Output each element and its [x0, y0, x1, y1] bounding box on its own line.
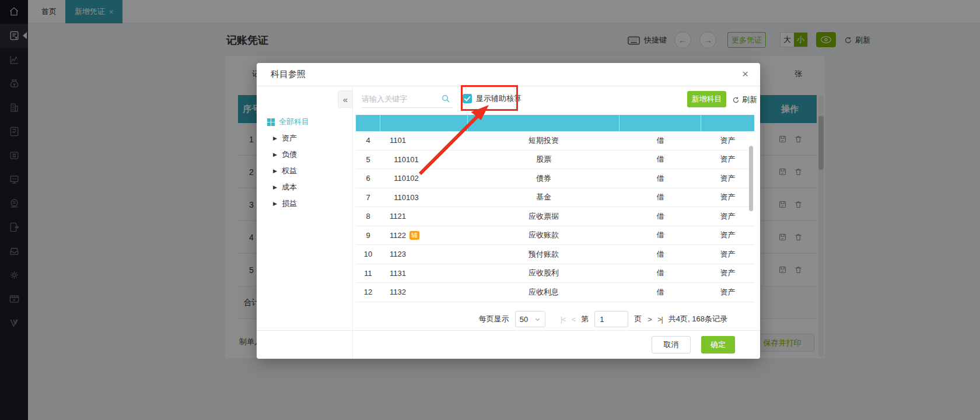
next-page-button[interactable]: >: [648, 315, 652, 324]
chevron-down-icon: [534, 316, 541, 323]
cell-direction: 借: [620, 245, 701, 264]
cancel-button[interactable]: 取消: [652, 336, 691, 354]
confirm-button[interactable]: 确定: [701, 336, 735, 354]
cell-seq: 6: [356, 169, 380, 188]
prev-page-button[interactable]: <: [572, 315, 576, 324]
code-text: 1132: [390, 288, 406, 296]
dialog-header: 科目参照 ×: [257, 63, 760, 86]
tree-item-label: 权益: [282, 166, 297, 176]
subject-tree-panel: 全部科目 ▶ 资产 ▶ 负债 ▶ 权益 ▶ 成本 ▶ 损益: [257, 86, 353, 359]
add-subject-button[interactable]: 新增科目: [687, 91, 726, 107]
record-count: 共4页, 168条记录: [668, 314, 727, 324]
caret-right-icon: ▶: [273, 152, 277, 158]
cell-name: 应收利息: [468, 283, 620, 302]
table-row[interactable]: 11 1131 应收股利 借 资产: [356, 264, 754, 284]
all-subjects-label: 全部科目: [279, 117, 309, 127]
collapse-panel-button[interactable]: «: [338, 90, 353, 108]
table-row[interactable]: 7 110103 基金 借 资产: [356, 188, 754, 208]
cell-seq: 10: [356, 245, 380, 264]
refresh-icon: [732, 96, 740, 104]
cell-category: 资产: [701, 188, 754, 207]
per-page-label: 每页显示: [479, 314, 509, 324]
cell-direction: 借: [620, 169, 701, 188]
cell-code: 1131: [380, 264, 468, 283]
caret-right-icon: ▶: [273, 168, 277, 174]
table-row[interactable]: 10 1123 预付账款 借 资产: [356, 245, 754, 264]
code-text: 1131: [390, 269, 406, 278]
tree-item[interactable]: ▶ 成本: [273, 179, 297, 195]
cell-name: 应收票据: [468, 207, 620, 226]
cell-seq: 5: [356, 150, 380, 169]
cell-direction: 借: [620, 226, 701, 245]
code-text: 110103: [390, 193, 419, 202]
table-row[interactable]: 8 1121 应收票据 借 资产: [356, 207, 754, 226]
cell-category: 资产: [701, 283, 754, 302]
cell-category: 资产: [701, 245, 754, 264]
cell-direction: 借: [620, 131, 701, 150]
first-page-button[interactable]: |<: [561, 315, 566, 324]
table-row[interactable]: 9 1122 辅 应收账款 借 资产: [356, 226, 754, 246]
cell-seq: 9: [356, 226, 380, 245]
tree-item[interactable]: ▶ 权益: [273, 163, 297, 179]
dialog-refresh-label: 刷新: [742, 94, 757, 105]
cell-direction: 借: [620, 188, 701, 207]
tree-item-label: 负债: [282, 149, 297, 160]
aux-badge: 辅: [410, 231, 419, 240]
column-header: [701, 115, 754, 131]
cell-code: 1122 辅: [380, 226, 468, 245]
code-text: 1121: [390, 212, 406, 220]
page-number-input[interactable]: [594, 311, 628, 327]
cell-direction: 借: [620, 264, 701, 283]
cell-category: 资产: [701, 264, 754, 283]
dialog-footer: 取消 确定: [257, 330, 760, 359]
cell-category: 资产: [701, 207, 754, 226]
app-window: 首页 新增凭证 ×: [0, 0, 980, 420]
tree-item[interactable]: ▶ 负债: [273, 146, 297, 163]
last-page-button[interactable]: >|: [657, 315, 663, 324]
cell-category: 资产: [701, 150, 754, 169]
tree-item-label: 损益: [282, 198, 297, 209]
cell-seq: 4: [356, 131, 380, 150]
cell-name: 预付账款: [468, 245, 620, 264]
tree-items: ▶ 资产 ▶ 负债 ▶ 权益 ▶ 成本 ▶ 损益: [273, 130, 297, 212]
table-row[interactable]: 12 1132 应收利息 借 资产: [356, 283, 754, 302]
cell-seq: 12: [356, 283, 380, 302]
dialog-title: 科目参照: [271, 69, 306, 80]
tree-item-label: 成本: [282, 182, 297, 192]
cell-code: 110103: [380, 188, 468, 207]
cell-name: 应收股利: [468, 264, 620, 283]
per-page-value: 50: [520, 315, 528, 324]
page-prefix: 第: [581, 314, 589, 324]
pagination-bar: 每页显示 50 |< < 第 页 > >| 共4页, 168条记录: [356, 309, 754, 329]
tree-item-all-subjects[interactable]: 全部科目: [267, 117, 309, 127]
column-header: [620, 115, 701, 131]
cell-category: 资产: [701, 131, 754, 150]
caret-right-icon: ▶: [273, 135, 277, 141]
cell-seq: 11: [356, 264, 380, 283]
cell-direction: 借: [620, 150, 701, 169]
cell-code: 1123: [380, 245, 468, 264]
close-icon[interactable]: ×: [742, 68, 748, 79]
tree-item[interactable]: ▶ 损益: [273, 195, 297, 212]
cell-name: 基金: [468, 188, 620, 207]
page-suffix: 页: [634, 314, 642, 324]
dialog-refresh-button[interactable]: 刷新: [732, 94, 757, 105]
cell-category: 资产: [701, 169, 754, 188]
cell-category: 资产: [701, 226, 754, 245]
cell-code: 1132: [380, 283, 468, 302]
cell-direction: 借: [620, 283, 701, 302]
caret-right-icon: ▶: [273, 184, 277, 190]
grid-icon: [267, 118, 275, 126]
annotation-arrow: [402, 99, 502, 187]
per-page-select[interactable]: 50: [515, 311, 545, 327]
table-scrollbar-thumb[interactable]: [749, 146, 753, 211]
code-text: 1122: [390, 231, 406, 240]
column-header: [356, 115, 380, 131]
cell-code: 1121: [380, 207, 468, 226]
cell-seq: 7: [356, 188, 380, 207]
cell-seq: 8: [356, 207, 380, 226]
cell-direction: 借: [620, 207, 701, 226]
cell-name: 应收账款: [468, 226, 620, 245]
tree-item-label: 资产: [282, 133, 297, 144]
tree-item[interactable]: ▶ 资产: [273, 130, 297, 146]
